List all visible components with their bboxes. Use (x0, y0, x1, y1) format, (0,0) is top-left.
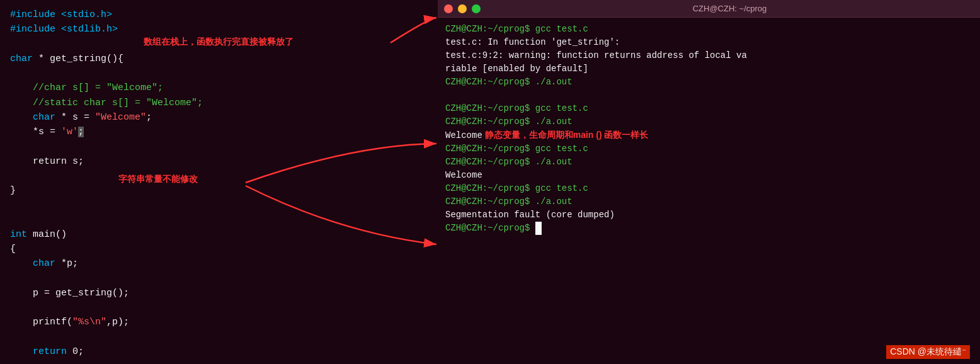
code-content: #include <stdio.h> #include <stdlib.h> c… (10, 8, 428, 359)
code-panel: #include <stdio.h> #include <stdlib.h> c… (0, 0, 438, 364)
code-line-1: #include <stdio.h> (10, 9, 112, 20)
terminal-title: CZH@CZH: ~/cprog (693, 4, 767, 13)
terminal-panel: CZH@CZH: ~/cprog CZH@CZH:~/cprog$ gcc te… (438, 0, 980, 364)
code-line-2: #include <stdlib.h> (10, 24, 118, 35)
terminal-maximize-button[interactable] (472, 4, 481, 13)
terminal-titlebar: CZH@CZH: ~/cprog (438, 0, 980, 18)
terminal-output: CZH@CZH:~/cprog$ gcc test.c test.c: In f… (445, 23, 972, 235)
code-comment-1: //char s[] = "Welcome"; (33, 82, 163, 93)
terminal-minimize-button[interactable] (458, 4, 467, 13)
watermark: CSDN @未统待繾⁻ (886, 345, 970, 359)
code-comment-2: //static char s[] = "Welcome"; (33, 98, 203, 108)
code-keyword-char: char (10, 54, 33, 64)
terminal-close-button[interactable] (444, 4, 453, 13)
terminal-cursor (535, 222, 542, 235)
terminal-body[interactable]: CZH@CZH:~/cprog$ gcc test.c test.c: In f… (438, 18, 980, 364)
